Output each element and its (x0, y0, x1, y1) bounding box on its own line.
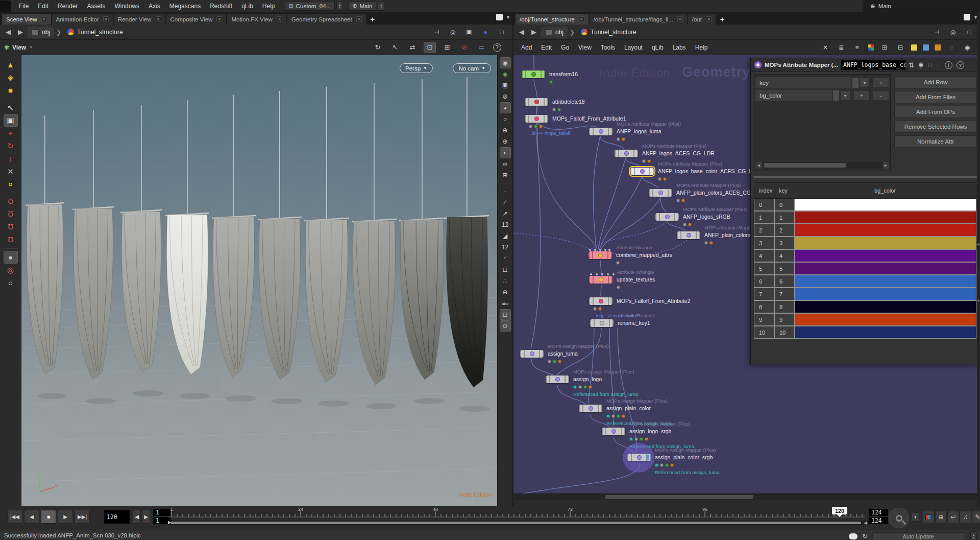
tab-close-icon[interactable]: ✕ (277, 16, 282, 22)
breadcrumb-current[interactable]: Tunnel_structure (63, 27, 127, 38)
radial-menu-icon[interactable]: ◎ (947, 27, 959, 38)
annotation-icon[interactable]: ✎ (972, 511, 980, 523)
forward-arrow-icon[interactable]: ▶ (529, 28, 539, 36)
translate-tool-icon[interactable]: + (4, 127, 18, 139)
net-menu-help[interactable]: Help (691, 44, 713, 51)
window-selector[interactable]: ⊕ Main (863, 0, 980, 12)
menu-windows[interactable]: Windows (110, 3, 144, 10)
tab-add-button[interactable]: + (717, 14, 728, 25)
field-label[interactable]: bg_color (755, 90, 832, 101)
lighting-icon[interactable]: ○ (500, 113, 511, 125)
table-cell-index[interactable]: 7 (754, 288, 774, 300)
view-flag-icon[interactable]: ◉ (500, 57, 511, 68)
tab-obj-tunnel-structure[interactable]: /obj/Tunnel_structure✕ (516, 14, 589, 25)
pane-edge-gadgets[interactable]: ◀ ⠿ ◀ (977, 12, 980, 506)
anim-options-icon[interactable] (923, 511, 935, 523)
point-trails-icon[interactable]: ∕ (500, 197, 511, 208)
auto-key-menu-button[interactable]: ▼ (912, 512, 919, 522)
point-normals-icon[interactable]: ↗ (500, 208, 511, 219)
select-arrow-icon[interactable]: ↖ (389, 42, 401, 53)
stereo-icon[interactable]: ∞ (500, 158, 511, 170)
playback-range-slider[interactable]: ▶ ◀ (168, 521, 869, 525)
tab-obj-tunnel-structure-flags-li[interactable]: /obj/Tunnel_structure/flags_li...✕ (590, 14, 687, 25)
tab-out[interactable]: /out✕ (688, 14, 716, 25)
table-cell-key[interactable]: 8 (775, 301, 794, 313)
net-menu-labs[interactable]: Labs (668, 44, 691, 51)
node-rename-key1[interactable] (590, 319, 614, 327)
add-from-files-button[interactable]: Add From Files (894, 91, 977, 103)
table-cell-key[interactable]: 7 (775, 288, 794, 300)
menu-file[interactable]: File (14, 3, 33, 10)
desktop-spinner[interactable]: ▲▼ (336, 1, 343, 11)
net-menu-add[interactable]: Add (517, 44, 536, 51)
tab-animation-editor[interactable]: Animation Editor✕ (52, 14, 113, 25)
node-anfp-plain-colors[interactable] (677, 231, 700, 239)
profile-curves-icon[interactable]: ◜ (500, 253, 511, 264)
tab-close-icon[interactable]: ✕ (41, 16, 47, 22)
pane-square-icon[interactable]: □ (964, 27, 975, 38)
field-label[interactable]: key (755, 77, 851, 88)
tab-geometry-spreadsheet[interactable]: Geometry Spreadsheet✕ (287, 14, 366, 25)
node-mops-falloff-from-attribute2[interactable] (589, 297, 612, 305)
column-header-index[interactable]: index (754, 183, 774, 198)
linked-list-icon[interactable]: ≔ (476, 42, 488, 53)
table-cell-key[interactable]: 6 (775, 275, 794, 287)
node-assign-logo[interactable] (546, 375, 569, 383)
background-image-icon[interactable] (922, 44, 929, 51)
breadcrumb-root[interactable]: obj (28, 27, 54, 38)
playback-end-field[interactable]: 124 (869, 517, 888, 524)
tab-composite-view[interactable]: Composite View✕ (166, 14, 227, 25)
text-overlay-icon[interactable]: abc (500, 298, 511, 309)
tab-motion-fx-view[interactable]: Motion FX View✕ (227, 14, 286, 25)
group-overlay-icon[interactable]: ⊟ (500, 264, 511, 275)
menu-qlib[interactable]: qLib (237, 3, 258, 10)
menu-edit[interactable]: Edit (33, 3, 53, 10)
table-cell-index[interactable]: 6 (754, 275, 774, 287)
net-menu-tools[interactable]: Tools (596, 44, 620, 51)
node-assign-luma[interactable] (520, 350, 544, 358)
snap-multi-icon[interactable]: Ω (4, 233, 18, 246)
net-menu-qlib[interactable]: qLib (647, 44, 668, 51)
scroll-handle[interactable] (764, 163, 846, 168)
table-cell-key[interactable]: 0 (775, 199, 794, 210)
node-anfp-logos-srgb[interactable] (655, 213, 679, 221)
net-tools-icon[interactable]: ✕ (820, 42, 831, 53)
field-menu-icon[interactable]: ▼ (860, 78, 870, 88)
field-add-button[interactable]: + (853, 90, 870, 101)
menu-help[interactable]: Help (258, 3, 280, 10)
table-cell-color[interactable] (795, 224, 976, 236)
table-cell-index[interactable]: 5 (754, 263, 774, 274)
tab-render-view[interactable]: Render View✕ (114, 14, 165, 25)
camera-select-button[interactable]: No cam▼ (453, 63, 491, 73)
node-transform16[interactable] (522, 71, 545, 78)
display-primitives-icon[interactable]: ■ (4, 84, 18, 97)
tab-close-icon[interactable]: ✕ (103, 16, 109, 22)
sliders-icon[interactable]: ⇅ (909, 61, 914, 69)
stereo-box-icon[interactable]: ⊞ (500, 170, 511, 181)
node-assign-plain-color[interactable] (579, 405, 602, 412)
param-help-icon[interactable]: ? (957, 61, 964, 69)
view-tool-icon[interactable]: ⊡ (424, 42, 436, 53)
panel-splitter[interactable] (753, 176, 977, 178)
menu-redshift[interactable]: Redshift (205, 3, 237, 10)
net-menu-view[interactable]: View (574, 44, 596, 51)
auto-update-selector[interactable]: Auto Update (872, 532, 964, 540)
realtime-toggle-icon[interactable]: ⊕ (935, 511, 947, 523)
node-combine-mapped-attrs[interactable] (589, 251, 612, 259)
field-remove-button[interactable]: - (873, 90, 889, 101)
table-cell-color[interactable] (795, 250, 976, 262)
hide-others-icon[interactable]: ⊘ (458, 42, 471, 53)
light-tool-icon[interactable]: ○ (4, 276, 18, 289)
scroll-right-icon[interactable]: ▶ (883, 162, 889, 169)
node-name-field[interactable]: ANFP_logos_base_cc (841, 60, 905, 70)
pane-menu-icon[interactable]: ▼ (506, 15, 510, 20)
menu-render[interactable]: Render (53, 3, 82, 10)
tab-close-icon[interactable]: ✕ (579, 16, 584, 22)
forward-arrow-icon[interactable]: ▶ (15, 28, 26, 36)
pane-square-icon[interactable]: □ (496, 27, 507, 38)
net-eye-icon[interactable]: ◉ (962, 42, 973, 53)
table-cell-color[interactable] (795, 326, 976, 338)
help-icon[interactable]: ? (493, 43, 501, 52)
net-grid-icon[interactable]: ⊞ (879, 42, 890, 53)
range-end-field[interactable]: 124 (869, 509, 888, 516)
